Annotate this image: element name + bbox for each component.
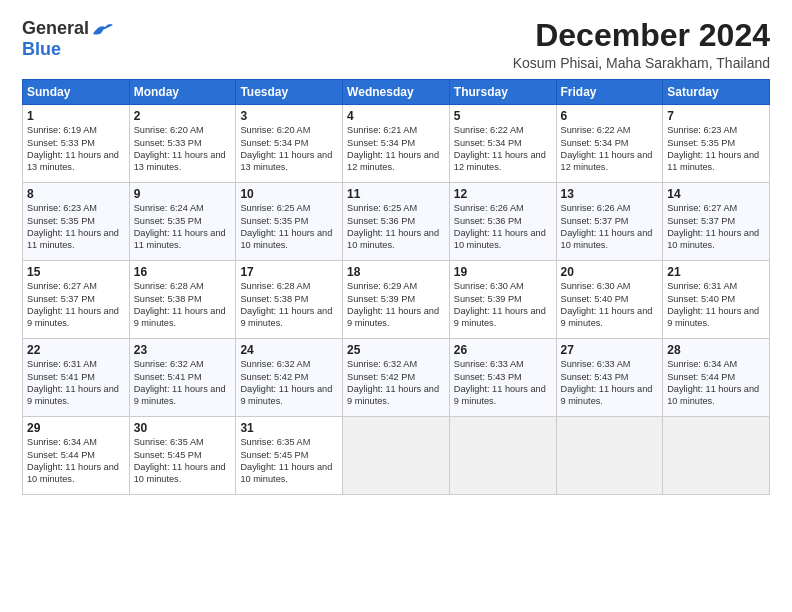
calendar-cell: 20Sunrise: 6:30 AMSunset: 5:40 PMDayligh… xyxy=(556,261,663,339)
day-info: Sunrise: 6:32 AMSunset: 5:42 PMDaylight:… xyxy=(240,358,338,408)
day-number: 2 xyxy=(134,109,232,123)
calendar-cell: 8Sunrise: 6:23 AMSunset: 5:35 PMDaylight… xyxy=(23,183,130,261)
calendar-cell: 9Sunrise: 6:24 AMSunset: 5:35 PMDaylight… xyxy=(129,183,236,261)
calendar-cell: 2Sunrise: 6:20 AMSunset: 5:33 PMDaylight… xyxy=(129,105,236,183)
day-number: 12 xyxy=(454,187,552,201)
col-wednesday: Wednesday xyxy=(343,80,450,105)
calendar-cell: 21Sunrise: 6:31 AMSunset: 5:40 PMDayligh… xyxy=(663,261,770,339)
day-number: 3 xyxy=(240,109,338,123)
calendar-cell: 28Sunrise: 6:34 AMSunset: 5:44 PMDayligh… xyxy=(663,339,770,417)
calendar-cell: 19Sunrise: 6:30 AMSunset: 5:39 PMDayligh… xyxy=(449,261,556,339)
calendar-cell: 23Sunrise: 6:32 AMSunset: 5:41 PMDayligh… xyxy=(129,339,236,417)
calendar-cell xyxy=(449,417,556,495)
logo-bird-icon xyxy=(91,20,113,38)
day-info: Sunrise: 6:32 AMSunset: 5:41 PMDaylight:… xyxy=(134,358,232,408)
calendar-cell: 29Sunrise: 6:34 AMSunset: 5:44 PMDayligh… xyxy=(23,417,130,495)
day-info: Sunrise: 6:33 AMSunset: 5:43 PMDaylight:… xyxy=(454,358,552,408)
month-title: December 2024 xyxy=(513,18,770,53)
calendar-cell: 27Sunrise: 6:33 AMSunset: 5:43 PMDayligh… xyxy=(556,339,663,417)
day-number: 5 xyxy=(454,109,552,123)
day-info: Sunrise: 6:32 AMSunset: 5:42 PMDaylight:… xyxy=(347,358,445,408)
header: General Blue December 2024 Kosum Phisai,… xyxy=(22,18,770,71)
day-number: 17 xyxy=(240,265,338,279)
day-info: Sunrise: 6:28 AMSunset: 5:38 PMDaylight:… xyxy=(134,280,232,330)
day-number: 1 xyxy=(27,109,125,123)
calendar-header-row: Sunday Monday Tuesday Wednesday Thursday… xyxy=(23,80,770,105)
day-info: Sunrise: 6:30 AMSunset: 5:39 PMDaylight:… xyxy=(454,280,552,330)
day-info: Sunrise: 6:21 AMSunset: 5:34 PMDaylight:… xyxy=(347,124,445,174)
day-info: Sunrise: 6:31 AMSunset: 5:40 PMDaylight:… xyxy=(667,280,765,330)
calendar-cell: 22Sunrise: 6:31 AMSunset: 5:41 PMDayligh… xyxy=(23,339,130,417)
calendar-cell: 12Sunrise: 6:26 AMSunset: 5:36 PMDayligh… xyxy=(449,183,556,261)
day-number: 22 xyxy=(27,343,125,357)
col-friday: Friday xyxy=(556,80,663,105)
day-number: 9 xyxy=(134,187,232,201)
logo: General Blue xyxy=(22,18,113,60)
day-number: 18 xyxy=(347,265,445,279)
day-number: 27 xyxy=(561,343,659,357)
day-info: Sunrise: 6:19 AMSunset: 5:33 PMDaylight:… xyxy=(27,124,125,174)
calendar-cell xyxy=(663,417,770,495)
day-number: 30 xyxy=(134,421,232,435)
calendar-cell xyxy=(343,417,450,495)
calendar-week-row: 1Sunrise: 6:19 AMSunset: 5:33 PMDaylight… xyxy=(23,105,770,183)
day-info: Sunrise: 6:22 AMSunset: 5:34 PMDaylight:… xyxy=(561,124,659,174)
day-number: 7 xyxy=(667,109,765,123)
day-info: Sunrise: 6:34 AMSunset: 5:44 PMDaylight:… xyxy=(667,358,765,408)
col-saturday: Saturday xyxy=(663,80,770,105)
calendar-week-row: 8Sunrise: 6:23 AMSunset: 5:35 PMDaylight… xyxy=(23,183,770,261)
calendar-cell: 26Sunrise: 6:33 AMSunset: 5:43 PMDayligh… xyxy=(449,339,556,417)
calendar-cell: 10Sunrise: 6:25 AMSunset: 5:35 PMDayligh… xyxy=(236,183,343,261)
day-number: 8 xyxy=(27,187,125,201)
day-number: 6 xyxy=(561,109,659,123)
calendar-cell: 15Sunrise: 6:27 AMSunset: 5:37 PMDayligh… xyxy=(23,261,130,339)
day-number: 21 xyxy=(667,265,765,279)
col-thursday: Thursday xyxy=(449,80,556,105)
day-info: Sunrise: 6:26 AMSunset: 5:37 PMDaylight:… xyxy=(561,202,659,252)
calendar-cell: 7Sunrise: 6:23 AMSunset: 5:35 PMDaylight… xyxy=(663,105,770,183)
day-number: 4 xyxy=(347,109,445,123)
day-info: Sunrise: 6:33 AMSunset: 5:43 PMDaylight:… xyxy=(561,358,659,408)
day-info: Sunrise: 6:29 AMSunset: 5:39 PMDaylight:… xyxy=(347,280,445,330)
day-number: 13 xyxy=(561,187,659,201)
day-number: 31 xyxy=(240,421,338,435)
calendar-cell: 31Sunrise: 6:35 AMSunset: 5:45 PMDayligh… xyxy=(236,417,343,495)
day-info: Sunrise: 6:34 AMSunset: 5:44 PMDaylight:… xyxy=(27,436,125,486)
calendar-cell: 17Sunrise: 6:28 AMSunset: 5:38 PMDayligh… xyxy=(236,261,343,339)
title-block: December 2024 Kosum Phisai, Maha Sarakha… xyxy=(513,18,770,71)
calendar-cell xyxy=(556,417,663,495)
calendar-cell: 3Sunrise: 6:20 AMSunset: 5:34 PMDaylight… xyxy=(236,105,343,183)
day-number: 11 xyxy=(347,187,445,201)
calendar-cell: 1Sunrise: 6:19 AMSunset: 5:33 PMDaylight… xyxy=(23,105,130,183)
col-monday: Monday xyxy=(129,80,236,105)
day-number: 28 xyxy=(667,343,765,357)
day-number: 26 xyxy=(454,343,552,357)
day-info: Sunrise: 6:28 AMSunset: 5:38 PMDaylight:… xyxy=(240,280,338,330)
calendar-cell: 13Sunrise: 6:26 AMSunset: 5:37 PMDayligh… xyxy=(556,183,663,261)
day-number: 14 xyxy=(667,187,765,201)
day-info: Sunrise: 6:20 AMSunset: 5:34 PMDaylight:… xyxy=(240,124,338,174)
day-number: 24 xyxy=(240,343,338,357)
day-info: Sunrise: 6:20 AMSunset: 5:33 PMDaylight:… xyxy=(134,124,232,174)
calendar-week-row: 15Sunrise: 6:27 AMSunset: 5:37 PMDayligh… xyxy=(23,261,770,339)
calendar-cell: 14Sunrise: 6:27 AMSunset: 5:37 PMDayligh… xyxy=(663,183,770,261)
logo-general-text: General xyxy=(22,18,89,39)
calendar-week-row: 29Sunrise: 6:34 AMSunset: 5:44 PMDayligh… xyxy=(23,417,770,495)
day-info: Sunrise: 6:35 AMSunset: 5:45 PMDaylight:… xyxy=(134,436,232,486)
day-info: Sunrise: 6:30 AMSunset: 5:40 PMDaylight:… xyxy=(561,280,659,330)
calendar-cell: 5Sunrise: 6:22 AMSunset: 5:34 PMDaylight… xyxy=(449,105,556,183)
calendar-cell: 24Sunrise: 6:32 AMSunset: 5:42 PMDayligh… xyxy=(236,339,343,417)
calendar-week-row: 22Sunrise: 6:31 AMSunset: 5:41 PMDayligh… xyxy=(23,339,770,417)
day-number: 29 xyxy=(27,421,125,435)
logo-blue-text: Blue xyxy=(22,39,61,59)
day-info: Sunrise: 6:27 AMSunset: 5:37 PMDaylight:… xyxy=(667,202,765,252)
day-number: 10 xyxy=(240,187,338,201)
day-info: Sunrise: 6:35 AMSunset: 5:45 PMDaylight:… xyxy=(240,436,338,486)
day-number: 16 xyxy=(134,265,232,279)
day-info: Sunrise: 6:31 AMSunset: 5:41 PMDaylight:… xyxy=(27,358,125,408)
calendar-cell: 25Sunrise: 6:32 AMSunset: 5:42 PMDayligh… xyxy=(343,339,450,417)
day-number: 15 xyxy=(27,265,125,279)
page-container: General Blue December 2024 Kosum Phisai,… xyxy=(0,0,792,505)
calendar-cell: 16Sunrise: 6:28 AMSunset: 5:38 PMDayligh… xyxy=(129,261,236,339)
calendar-table: Sunday Monday Tuesday Wednesday Thursday… xyxy=(22,79,770,495)
